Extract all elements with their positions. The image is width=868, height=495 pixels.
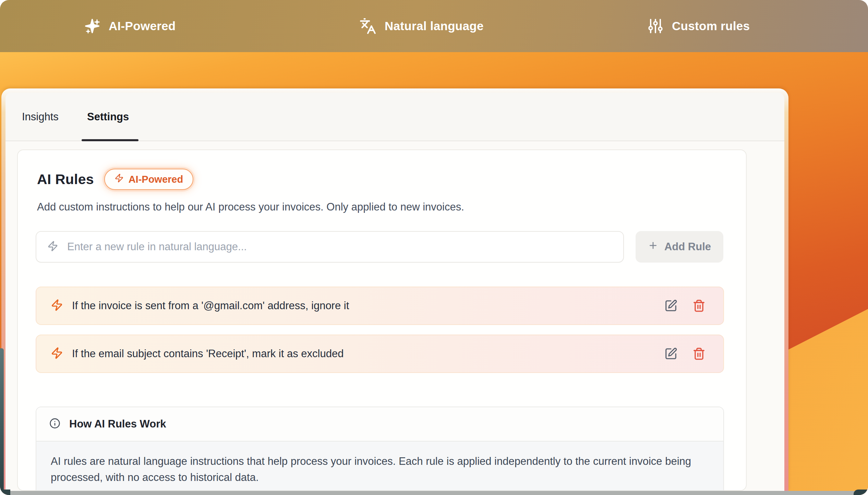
- ai-rules-card: AI Rules AI-Powered Add custom instructi…: [17, 149, 747, 491]
- edit-icon: [664, 299, 677, 312]
- tab-settings-label: Settings: [87, 111, 129, 123]
- info-box-title: How AI Rules Work: [69, 418, 166, 430]
- trash-icon: [692, 299, 706, 312]
- rule-row: If the email subject contains 'Receipt',…: [36, 335, 724, 373]
- edit-rule-button[interactable]: [664, 347, 677, 360]
- wallpaper-teal-corner-right: [854, 490, 868, 495]
- info-box-text: AI rules are natural language instructio…: [51, 453, 702, 485]
- add-rule-button[interactable]: Add Rule: [636, 231, 723, 263]
- card-description: Add custom instructions to help our AI p…: [37, 201, 464, 213]
- screen-bottom-edge: [0, 491, 868, 495]
- zap-icon: [47, 241, 58, 253]
- page-title: AI Rules: [37, 171, 94, 188]
- rule-text: If the email subject contains 'Receipt',…: [72, 348, 655, 360]
- feature-label: Custom rules: [672, 19, 750, 33]
- new-rule-input[interactable]: [67, 241, 612, 253]
- tab-insights-label: Insights: [22, 111, 59, 123]
- wallpaper-teal-corner-left: [0, 490, 10, 495]
- info-box-body: AI rules are natural language instructio…: [36, 442, 723, 491]
- languages-icon: [359, 17, 376, 35]
- feature-ai-powered: AI-Powered: [84, 0, 176, 52]
- active-tab-underline: [82, 139, 138, 141]
- edit-icon: [664, 347, 677, 360]
- rule-row: If the invoice is sent from a '@gmail.co…: [36, 287, 724, 325]
- zap-icon: [114, 173, 124, 185]
- rule-text: If the invoice is sent from a '@gmail.co…: [72, 300, 655, 312]
- info-icon: [49, 418, 60, 430]
- zap-icon: [51, 347, 63, 361]
- edit-rule-button[interactable]: [664, 299, 677, 312]
- feature-natural-language: Natural language: [359, 0, 484, 52]
- screenshot-canvas: AI-Powered Natural language Custom rules: [0, 0, 868, 495]
- add-rule-label: Add Rule: [664, 241, 711, 253]
- wallpaper-teal-sliver: [0, 348, 4, 492]
- badge-label: AI-Powered: [129, 174, 183, 185]
- tab-settings[interactable]: Settings: [87, 93, 129, 141]
- tab-insights[interactable]: Insights: [22, 93, 59, 141]
- trash-icon: [692, 347, 706, 360]
- feature-banner: AI-Powered Natural language Custom rules: [0, 0, 868, 52]
- feature-label: AI-Powered: [109, 19, 176, 33]
- ai-powered-badge: AI-Powered: [104, 169, 194, 190]
- sparkles-icon: [84, 18, 100, 34]
- sliders-icon: [647, 18, 664, 34]
- info-box: How AI Rules Work AI rules are natural l…: [36, 407, 724, 491]
- rule-input-wrapper: [36, 231, 624, 263]
- delete-rule-button[interactable]: [692, 299, 706, 312]
- feature-custom-rules: Custom rules: [647, 0, 750, 52]
- feature-label: Natural language: [385, 19, 484, 33]
- zap-icon: [51, 299, 63, 313]
- tab-bar: Insights Settings: [5, 93, 784, 141]
- delete-rule-button[interactable]: [692, 347, 706, 360]
- app-window: Insights Settings AI Rules: [1, 88, 788, 491]
- plus-icon: [648, 240, 658, 253]
- app-window-content: Insights Settings AI Rules: [5, 93, 784, 491]
- info-box-header: How AI Rules Work: [36, 407, 723, 442]
